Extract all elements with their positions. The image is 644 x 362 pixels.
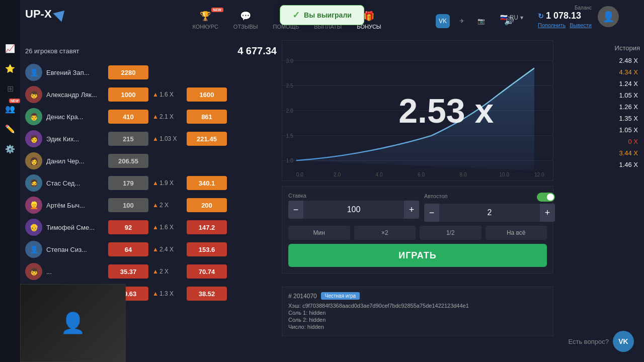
player-multiplier: ▲1.9 X	[152, 179, 183, 187]
history-item: 1.05 X	[557, 90, 640, 100]
player-name: ...	[46, 268, 104, 276]
svg-text:2.5: 2.5	[286, 82, 293, 88]
pf-badge[interactable]: Честная игра	[321, 292, 360, 300]
pf-number-row: Число: hidden	[288, 324, 547, 330]
player-bet: 179	[108, 176, 148, 190]
quick-bet-x2[interactable]: ×2	[354, 226, 416, 240]
player-row: 👱Артём Быч...100▲2 X200	[25, 196, 277, 215]
quick-bet-half[interactable]: 1/2	[420, 226, 481, 240]
player-name: Степан Сиз...	[46, 246, 104, 253]
pf-hash-value: c9f703884f3368aacd0d3ae7d90cef7bdc92855a…	[302, 303, 469, 309]
bet-input[interactable]	[303, 205, 404, 214]
player-name: Артём Быч...	[46, 202, 104, 209]
svg-text:12.0: 12.0	[534, 171, 544, 177]
contest-icon: 🏆	[200, 11, 211, 22]
sidebar-icon-grid[interactable]: ⊞	[2, 80, 18, 97]
sidebar-icon-chart[interactable]: 📈	[2, 40, 18, 56]
deposit-button[interactable]: Пополнить	[538, 22, 566, 28]
player-row: 👦...35.37▲2 X70.74	[25, 262, 277, 281]
quick-bet-min[interactable]: Мин	[288, 226, 350, 240]
nav-reviews[interactable]: 💬 ОТЗЫВЫ	[233, 11, 258, 30]
nav-reviews-label: ОТЗЫВЫ	[233, 24, 258, 30]
pf-salt1-value: hidden	[309, 310, 326, 316]
history-item: 1.24 X	[557, 79, 640, 88]
player-avatar: 🧔	[25, 174, 42, 192]
svg-text:0.0: 0.0	[296, 171, 303, 177]
instagram-icon[interactable]: 📷	[474, 14, 488, 28]
logo[interactable]: UP-X	[25, 8, 67, 21]
auto-label: Автостоп	[424, 193, 447, 199]
pf-hash-label: Хэш:	[288, 303, 301, 309]
player-name: Данил Чер...	[46, 157, 104, 165]
player-avatar: 👱	[25, 197, 42, 214]
player-multiplier: ▲2.4 X	[152, 246, 183, 253]
history-item: 1.35 X	[557, 114, 640, 123]
vk-help-button[interactable]: VK	[613, 331, 634, 352]
player-row: 👴Тимофей Сме...92▲1.6 X147.2	[25, 218, 277, 237]
player-multiplier: ▲2 X	[152, 202, 183, 209]
nav-contest[interactable]: 🏆 КОНКУРС NEW	[192, 11, 218, 30]
svg-text:8.0: 8.0	[459, 171, 466, 177]
pf-salt1-row: Соль 1: hidden	[288, 310, 547, 316]
balance-actions: Пополнить Вывести	[538, 22, 592, 28]
player-name: Стас Сед...	[46, 179, 104, 187]
svg-text:4.0: 4.0	[376, 171, 383, 177]
player-name: Тимофей Сме...	[46, 224, 104, 231]
quick-bet-all[interactable]: На всё	[486, 226, 547, 240]
withdraw-button[interactable]: Вывести	[570, 22, 592, 28]
win-notification: ✓ Вы выиграли	[280, 5, 364, 25]
bet-group: Ставка − +	[288, 193, 419, 222]
player-avatar: 👤	[25, 241, 42, 258]
reviews-icon: 💬	[240, 11, 251, 22]
auto-minus-button[interactable]: −	[424, 204, 439, 222]
volume-control[interactable]: 🔊	[504, 16, 514, 26]
player-multiplier: ▲2.1 X	[152, 113, 183, 120]
sidebar: 📈 ⭐ ⊞ 👥 NEW ✏️ ⚙️	[0, 0, 20, 362]
help-text: Есть вопрос?	[568, 338, 609, 345]
win-check-icon: ✓	[292, 10, 300, 21]
player-row: 👦Александр Ляк...1000▲1.6 X1600	[25, 85, 277, 104]
player-row: 👨Денис Кра...410▲2.1 X861	[25, 107, 277, 126]
pf-game-id: # 2014070	[288, 293, 317, 300]
player-bet: 92	[108, 220, 148, 234]
player-multiplier: ▲1.3 X	[152, 290, 183, 297]
history-item: 2.48 X	[557, 56, 640, 65]
player-bet: 215	[108, 132, 148, 146]
refresh-icon[interactable]: ↻	[538, 12, 544, 20]
balance-amount: 1 078.13	[546, 11, 581, 21]
provably-fair: # 2014070 Честная игра Хэш: c9f703884f33…	[282, 287, 553, 336]
bet-plus-button[interactable]: +	[404, 201, 419, 219]
new-badge: NEW	[9, 99, 20, 103]
sidebar-icon-users[interactable]: 👥 NEW	[2, 101, 18, 117]
game-controls: Ставка − + Автостоп − + Ми	[282, 186, 553, 274]
sidebar-icon-star[interactable]: ⭐	[2, 60, 18, 76]
player-row: 👤Степан Сиз...64▲2.4 X153.6	[25, 240, 277, 259]
bonuses-icon: 🎁	[363, 11, 374, 22]
pf-number-value: hidden	[307, 324, 324, 330]
player-multiplier: ▲1.6 X	[152, 224, 183, 231]
player-bet: 1000	[108, 87, 148, 102]
auto-plus-button[interactable]: +	[540, 204, 555, 222]
help-area: Есть вопрос? VK	[568, 331, 634, 352]
svg-text:2.0: 2.0	[334, 171, 341, 177]
player-win: 70.74	[187, 264, 227, 279]
player-bet: 64	[108, 242, 148, 256]
bet-minus-button[interactable]: −	[288, 201, 303, 219]
logo-text: UP-X	[25, 8, 52, 21]
vk-game-icon[interactable]: VK	[436, 14, 450, 28]
sidebar-icon-pencil[interactable]: ✏️	[2, 121, 18, 137]
history-panel: История 2.48 X4.34 X1.24 X1.05 X1.26 X1.…	[553, 40, 644, 362]
telegram-icon[interactable]: ✈	[455, 14, 469, 28]
auto-toggle[interactable]	[537, 193, 555, 202]
play-button[interactable]: ИГРАТЬ	[288, 244, 547, 267]
auto-input[interactable]	[439, 208, 540, 217]
nav-contest-label: КОНКУРС	[192, 24, 218, 30]
player-name: Эдик Ких...	[46, 135, 104, 143]
lang-chevron-icon: ▾	[520, 14, 523, 21]
sidebar-icon-settings[interactable]: ⚙️	[2, 141, 18, 157]
player-avatar: 🧑	[25, 130, 42, 147]
history-title: История	[557, 44, 640, 52]
player-row: 👩Данил Чер...206.55	[25, 151, 277, 170]
user-avatar[interactable]: 👤	[598, 6, 619, 27]
win-text: Вы выиграли	[304, 11, 352, 19]
